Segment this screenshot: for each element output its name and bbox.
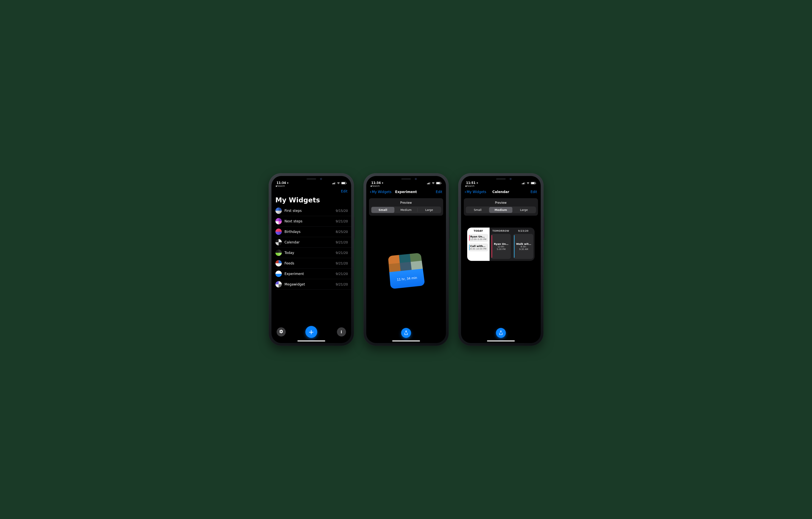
home-indicator[interactable] — [297, 340, 325, 342]
share-button[interactable] — [401, 328, 411, 338]
column-header: 9/23/20 — [513, 229, 533, 232]
event-color-bar — [492, 235, 492, 258]
widget-row[interactable]: Calendar 9/21/20 — [276, 237, 351, 248]
size-large[interactable]: Large — [417, 207, 441, 213]
home-indicator[interactable] — [392, 340, 420, 342]
widget-swatch-icon — [276, 271, 282, 277]
status-indicators — [332, 182, 346, 185]
widget-swatch-icon — [276, 208, 282, 214]
calendar-column: TOMORROW Ryan Un… 12:00–5:00 PM — [490, 227, 512, 261]
widget-row[interactable]: Today 9/21/20 — [276, 248, 351, 258]
gear-icon — [279, 329, 283, 335]
back-button[interactable]: ‹ My Widgets — [370, 189, 392, 194]
size-medium[interactable]: Medium — [489, 207, 512, 213]
size-medium[interactable]: Medium — [395, 207, 417, 213]
breadcrumb-label: Search — [278, 185, 285, 187]
calendar-column: TODAY Ryan Un… 12:00–5:00 PM Call with… … — [467, 227, 490, 261]
widget-preview-small[interactable]: 11 hr, 34 min — [388, 253, 425, 289]
plus-icon: + — [308, 329, 314, 335]
size-small[interactable]: Small — [466, 207, 489, 213]
widget-row[interactable]: Next steps 9/21/20 — [276, 216, 351, 226]
widget-row[interactable]: First steps 9/15/20 — [276, 206, 351, 216]
size-large[interactable]: Large — [512, 207, 535, 213]
size-segmented-control[interactable]: SmallMediumLarge — [371, 207, 441, 213]
widget-swatch-icon — [276, 281, 282, 288]
cellular-icon — [427, 182, 431, 184]
widget-date: 9/21/20 — [336, 241, 348, 244]
edit-button[interactable]: Edit — [531, 190, 537, 194]
size-small[interactable]: Small — [371, 207, 395, 213]
size-segmented-control[interactable]: SmallMediumLarge — [466, 207, 536, 213]
screen: 11:34 ➤ ◀ Search Edit My Widgets First s… — [271, 176, 351, 343]
home-indicator[interactable] — [487, 340, 515, 342]
wifi-icon — [526, 182, 530, 185]
calendar-event[interactable]: Walk wit… 8:30–9:30 AM — [513, 234, 533, 259]
share-button[interactable] — [496, 328, 506, 338]
screen: 11:34 ➤ ◀ Search ‹ My Widgets Experiment… — [366, 176, 446, 343]
notch — [481, 176, 521, 182]
add-button[interactable]: + — [306, 326, 317, 338]
calendar-event[interactable]: Call with… 8:30–10:00 PM — [468, 243, 488, 251]
notch — [386, 176, 426, 182]
breadcrumb-label: Search — [467, 185, 474, 187]
page-title: My Widgets — [271, 195, 351, 206]
settings-button[interactable] — [277, 327, 286, 336]
calendar-event[interactable]: Ryan Un… 12:00–5:00 PM — [491, 234, 511, 259]
preview-header: Preview — [371, 200, 441, 207]
status-indicators — [522, 182, 535, 185]
widget-preview-medium[interactable]: TODAY Ryan Un… 12:00–5:00 PM Call with… … — [467, 227, 534, 261]
widget-row[interactable]: Birthdays 8/25/20 — [276, 226, 351, 237]
nav-bar: ‹ My Widgets Experiment Edit — [366, 187, 446, 196]
widgets-list[interactable]: First steps 9/15/20 Next steps 9/21/20 B… — [271, 206, 351, 290]
toolbar: + i — [271, 326, 351, 338]
widget-row[interactable]: Feeds 9/21/20 — [276, 258, 351, 269]
location-icon: ➤ — [287, 182, 289, 184]
back-button[interactable]: ‹ My Widgets — [465, 189, 486, 194]
widget-row[interactable]: Experiment 9/21/20 — [276, 269, 351, 279]
breadcrumb-back[interactable]: ◀ Search — [461, 185, 541, 187]
widget-date: 9/15/20 — [336, 209, 348, 213]
widget-date: 9/21/20 — [336, 282, 348, 286]
preview-canvas: 11 hr, 34 min — [366, 220, 446, 321]
widget-date: 9/21/20 — [336, 219, 348, 223]
calendar-column: 9/23/20 Walk wit… 8:30–9:30 AM — [512, 227, 534, 261]
share-icon — [404, 329, 408, 337]
event-time: 8:30–9:30 AM — [519, 245, 528, 251]
back-label: My Widgets — [372, 190, 392, 194]
widget-name: Birthdays — [285, 230, 333, 234]
wifi-icon — [337, 182, 340, 185]
event-color-bar — [469, 235, 470, 241]
widget-row[interactable]: Megawidget 9/21/20 — [276, 279, 351, 290]
phone-frame: 11:34 ➤ ◀ Search ‹ My Widgets Experiment… — [364, 173, 449, 346]
event-title: Ryan Un… — [470, 235, 487, 238]
preview-header: Preview — [466, 200, 536, 207]
edit-button[interactable]: Edit — [341, 189, 348, 193]
event-title: Walk wit… — [516, 242, 531, 245]
event-color-bar — [514, 235, 515, 258]
widget-name: Feeds — [285, 261, 333, 265]
widget-date: 8/25/20 — [336, 230, 348, 234]
battery-icon — [341, 182, 346, 184]
widget-name: Experiment — [285, 272, 333, 276]
widget-date: 9/21/20 — [336, 262, 348, 265]
battery-icon — [531, 182, 535, 184]
notch — [291, 176, 331, 182]
location-icon: ➤ — [476, 182, 478, 184]
battery-icon — [436, 182, 441, 184]
screen: 11:51 ➤ ◀ Search ‹ My Widgets Calendar E… — [461, 176, 541, 343]
calendar-event[interactable]: Ryan Un… 12:00–5:00 PM — [468, 234, 488, 242]
chevron-left-icon: ‹ — [465, 189, 466, 194]
info-button[interactable]: i — [337, 327, 346, 336]
widget-name: Next steps — [285, 219, 333, 223]
back-label: My Widgets — [467, 190, 486, 194]
widget-name: First steps — [285, 209, 333, 213]
phone-frame: 11:51 ➤ ◀ Search ‹ My Widgets Calendar E… — [458, 173, 544, 346]
widget-swatch-icon — [276, 260, 282, 267]
edit-button[interactable]: Edit — [436, 190, 442, 194]
widget-date: 9/21/20 — [336, 272, 348, 276]
event-time: 12:00–5:00 PM — [470, 238, 487, 241]
breadcrumb-back[interactable]: ◀ Search — [366, 185, 446, 187]
breadcrumb-back[interactable]: ◀ Search — [271, 185, 351, 187]
column-header: TODAY — [468, 229, 488, 232]
status-indicators — [427, 182, 441, 185]
